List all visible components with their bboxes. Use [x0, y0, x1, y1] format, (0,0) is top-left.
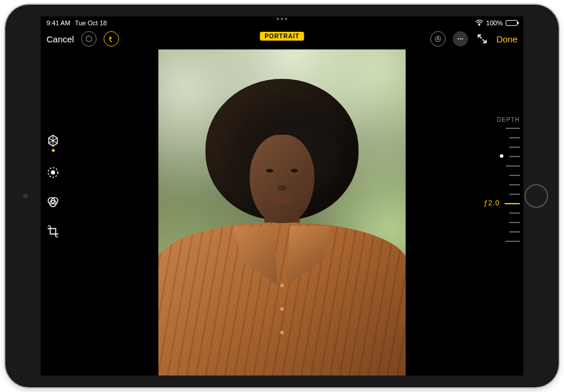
fullscreen-toggle-button[interactable] — [475, 32, 489, 46]
front-camera-dot — [23, 194, 28, 198]
markup-button[interactable] — [430, 31, 446, 46]
screen: 9:41 AM Tue Oct 18 100% Cancel — [41, 16, 523, 376]
portrait-photo[interactable] — [158, 49, 406, 376]
wifi-icon — [475, 19, 483, 27]
subject-shirt — [158, 222, 406, 376]
lighting-effect-button[interactable] — [81, 31, 97, 46]
shirt-button — [280, 284, 284, 287]
portrait-mode-badge: PORTRAIT — [260, 32, 304, 41]
portrait-lighting-tab[interactable] — [44, 134, 62, 152]
edit-mode-rail — [44, 134, 62, 240]
ipad-device-frame: 9:41 AM Tue Oct 18 100% Cancel — [5, 5, 559, 387]
filters-tab[interactable] — [44, 193, 62, 211]
depth-value-label: ƒ2.0 — [484, 199, 500, 207]
more-options-button[interactable] — [453, 31, 468, 46]
svg-point-5 — [462, 38, 463, 39]
depth-slider[interactable]: ƒ2.0 — [502, 128, 520, 245]
depth-fstop-button[interactable] — [104, 31, 119, 46]
done-button[interactable]: Done — [496, 34, 517, 44]
adjust-tab[interactable] — [44, 164, 62, 181]
multitask-dots[interactable] — [277, 18, 287, 20]
shirt-button — [280, 331, 284, 334]
svg-marker-1 — [86, 36, 91, 42]
cancel-button[interactable]: Cancel — [47, 34, 74, 44]
svg-point-4 — [460, 38, 461, 39]
depth-title-label: DEPTH — [497, 117, 520, 123]
depth-control-panel: DEPTH ƒ2.0 — [487, 117, 520, 245]
editor-toolbar: Cancel PORTRAIT Done — [41, 28, 523, 49]
photo-canvas-area — [41, 49, 523, 376]
svg-point-3 — [458, 38, 459, 39]
svg-point-7 — [51, 171, 55, 174]
crop-tab[interactable] — [44, 222, 62, 240]
status-time: 9:41 AM — [47, 19, 70, 26]
depth-origin-dot — [500, 154, 503, 158]
active-indicator-dot — [52, 149, 55, 152]
svg-point-0 — [479, 24, 479, 25]
shirt-button — [280, 307, 284, 311]
battery-icon — [506, 20, 517, 26]
status-date: Tue Oct 18 — [75, 19, 107, 26]
subject-face — [250, 135, 314, 223]
battery-percent: 100% — [486, 19, 503, 26]
home-button[interactable] — [525, 184, 548, 208]
status-bar: 9:41 AM Tue Oct 18 100% — [41, 16, 523, 28]
